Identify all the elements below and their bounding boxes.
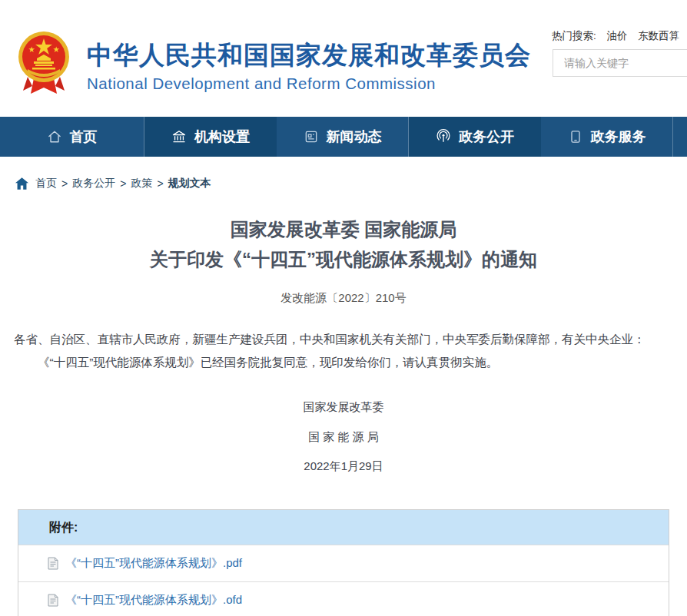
nav-item-label: 机构设置: [194, 128, 250, 146]
article-paragraph: 各省、自治区、直辖市人民政府，新疆生产建设兵团，中央和国家机关有关部门，中央军委…: [14, 328, 673, 351]
signature-date: 2022年1月29日: [0, 459, 687, 474]
nav-item-home[interactable]: 首页: [0, 117, 144, 157]
nav-item-organization[interactable]: 机构设置: [144, 117, 277, 157]
article-title-line1: 国家发展改革委 国家能源局: [0, 214, 687, 244]
site-header: 中华人民共和国国家发展和改革委员会 National Development a…: [0, 0, 687, 117]
file-icon: [48, 557, 58, 570]
hot-search-link-oil-price[interactable]: 油价: [607, 30, 628, 41]
search-box: [553, 49, 687, 77]
breadcrumb-item-gov-disclosure[interactable]: 政务公开: [72, 177, 115, 190]
national-emblem-logo: [17, 29, 71, 95]
nav-item-news[interactable]: 新闻动态: [277, 117, 409, 157]
attachment-link-pdf[interactable]: 《“十四五”现代能源体系规划》.pdf: [65, 556, 242, 571]
signature-nea: 国 家 能 源 局: [0, 430, 687, 445]
article-paragraph: 《“十四五”现代能源体系规划》已经国务院批复同意，现印发给你们，请认真贯彻实施。: [14, 351, 673, 374]
hot-search-link-east-west-computing[interactable]: 东数西算: [638, 30, 679, 41]
hot-search-label: 热门搜索:: [552, 30, 596, 41]
article-body: 各省、自治区、直辖市人民政府，新疆生产建设兵团，中央和国家机关有关部门，中央军委…: [0, 328, 687, 374]
nav-item-label: 政务公开: [459, 128, 514, 146]
nav-item-gov-disclosure[interactable]: 政务公开: [409, 117, 541, 157]
attachments-panel: 附件: 《“十四五”现代能源体系规划》.pdf 《“十四五”现代能源体系规划》.…: [18, 509, 669, 616]
main-nav: 首页 机构设置 新闻动态 政务公开 政务服务: [0, 117, 687, 157]
hot-search: 热门搜索: 油价 东数西算: [552, 29, 679, 43]
breadcrumb-item-current: 规划文本: [168, 177, 211, 190]
bank-icon: [171, 129, 187, 144]
breadcrumb-home-icon: [15, 177, 28, 190]
news-icon: [304, 129, 319, 144]
breadcrumb-separator: >: [61, 177, 68, 190]
attachment-row-pdf: 《“十四五”现代能源体系规划》.pdf: [18, 545, 669, 581]
attachments-header: 附件:: [18, 510, 669, 545]
nav-item-label: 首页: [70, 128, 98, 146]
breadcrumb: 首页 > 政务公开 > 政策 > 规划文本: [0, 157, 687, 190]
nav-item-gov-services[interactable]: 政务服务: [541, 117, 673, 157]
site-brand: 中华人民共和国国家发展和改革委员会 National Development a…: [87, 38, 531, 93]
nav-item-label: 新闻动态: [327, 128, 382, 146]
broadcast-icon: [436, 129, 451, 144]
nav-filler: [673, 117, 687, 157]
article-title-line2: 关于印发《“十四五”现代能源体系规划》的通知: [0, 244, 687, 274]
breadcrumb-item-policy[interactable]: 政策: [131, 177, 152, 190]
home-icon: [47, 129, 62, 144]
search-input[interactable]: [553, 50, 687, 76]
breadcrumb-item-home[interactable]: 首页: [35, 177, 57, 190]
article-title: 国家发展改革委 国家能源局 关于印发《“十四五”现代能源体系规划》的通知: [0, 214, 687, 274]
signature-ndrc: 国家发展改革委: [0, 400, 687, 415]
attachment-row-ofd: 《“十四五”现代能源体系规划》.ofd: [18, 581, 669, 616]
breadcrumb-separator: >: [157, 177, 163, 190]
nav-item-label: 政务服务: [591, 128, 646, 146]
site-title-en: National Development and Reform Commissi…: [87, 75, 531, 93]
breadcrumb-separator: >: [120, 177, 126, 190]
attachment-link-ofd[interactable]: 《“十四五”现代能源体系规划》.ofd: [65, 593, 242, 608]
site-title-zh: 中华人民共和国国家发展和改革委员会: [87, 38, 531, 73]
service-doc-icon: [568, 129, 583, 144]
document-number: 发改能源〔2022〕210号: [0, 291, 687, 306]
signature-block: 国家发展改革委 国 家 能 源 局 2022年1月29日: [0, 400, 687, 474]
file-icon: [48, 594, 58, 607]
